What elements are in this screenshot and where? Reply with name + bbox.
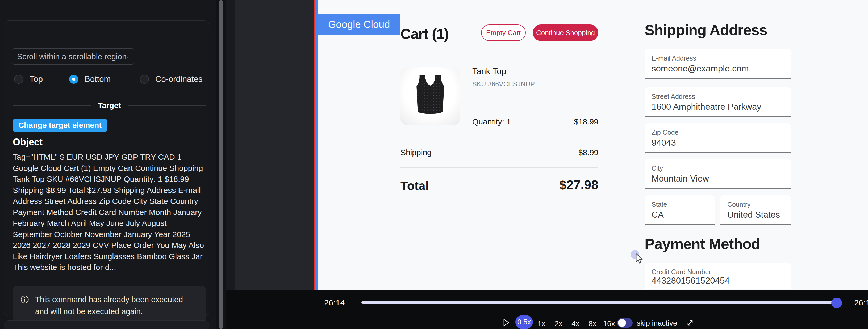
street-field-label: Street Address bbox=[652, 93, 695, 100]
expand-icon bbox=[686, 318, 694, 327]
radio-bottom-circle[interactable] bbox=[69, 75, 78, 84]
scroll-position-radios: Top Bottom Co-ordinates bbox=[12, 73, 209, 86]
credit-card-field-value: 4432801561520454 bbox=[652, 275, 730, 286]
mouse-cursor-icon bbox=[634, 253, 645, 265]
command-card: Scroll within a scrollable region Top Bo… bbox=[4, 21, 209, 316]
cart-divider bbox=[401, 133, 598, 133]
product-image bbox=[400, 67, 460, 125]
cart-divider bbox=[401, 167, 598, 168]
email-field[interactable]: E-mail Address someone@example.com bbox=[645, 49, 791, 79]
object-heading: Object bbox=[13, 137, 42, 148]
radio-bottom-label: Bottom bbox=[85, 74, 111, 84]
divider-line bbox=[128, 105, 206, 106]
player-current-time: 26:14 bbox=[324, 298, 345, 307]
state-field[interactable]: State CA bbox=[645, 195, 715, 225]
radio-top-label: Top bbox=[30, 74, 43, 84]
chevron-updown-icon bbox=[127, 52, 129, 61]
brand-logo-badge: Google Cloud bbox=[318, 13, 400, 35]
toggle-knob bbox=[618, 319, 626, 327]
continue-shopping-button[interactable]: Continue Shopping bbox=[533, 25, 598, 41]
item-name: Tank Top bbox=[472, 66, 506, 76]
shipping-address-heading: Shipping Address bbox=[645, 21, 767, 38]
city-field-label: City bbox=[652, 164, 663, 172]
radio-coordinates-label: Co-ordinates bbox=[155, 74, 203, 84]
stage-background-panel bbox=[235, 0, 313, 291]
command-type-value: Scroll within a scrollable region bbox=[17, 52, 127, 61]
zip-field[interactable]: Zip Code 94043 bbox=[645, 123, 791, 153]
play-icon bbox=[503, 318, 510, 327]
fullscreen-button[interactable] bbox=[686, 318, 694, 328]
total-value: $27.98 bbox=[559, 177, 598, 192]
speed-0-5x-button[interactable]: 0.5x bbox=[516, 315, 533, 329]
item-quantity: Quantity: 1 bbox=[472, 117, 511, 126]
email-field-label: E-mail Address bbox=[652, 55, 696, 62]
radio-top-circle[interactable] bbox=[14, 75, 23, 84]
street-field-value: 1600 Amphitheatre Parkway bbox=[652, 102, 762, 112]
state-field-value: CA bbox=[652, 210, 664, 220]
cart-title: Cart (1) bbox=[401, 26, 448, 42]
country-field-value: United States bbox=[727, 210, 780, 220]
radio-coordinates[interactable]: Co-ordinates bbox=[140, 73, 203, 86]
target-section-divider: Target bbox=[13, 101, 206, 110]
payment-method-heading: Payment Method bbox=[645, 235, 760, 253]
cart-divider bbox=[401, 55, 598, 55]
app-root: Scroll within a scrollable region Top Bo… bbox=[0, 0, 868, 329]
speed-16x-button[interactable]: 16x bbox=[601, 320, 616, 328]
empty-cart-button[interactable]: Empty Cart bbox=[481, 25, 526, 41]
state-field-label: State bbox=[652, 201, 667, 208]
command-executed-notice: This command has already been executed a… bbox=[13, 286, 206, 324]
country-field[interactable]: Country United States bbox=[720, 195, 791, 225]
player-end-time: 26:15 bbox=[854, 298, 868, 307]
country-field-label: Country bbox=[727, 201, 751, 208]
radio-top[interactable]: Top bbox=[14, 73, 43, 86]
play-button[interactable] bbox=[503, 318, 510, 328]
player-seek-thumb[interactable] bbox=[831, 298, 842, 308]
item-price: $18.99 bbox=[574, 117, 598, 126]
shipping-row-value: $8.99 bbox=[579, 148, 598, 157]
divider-line bbox=[13, 105, 91, 106]
command-type-select[interactable]: Scroll within a scrollable region bbox=[12, 48, 134, 65]
radio-coordinates-circle[interactable] bbox=[140, 75, 149, 84]
speed-2x-button[interactable]: 2x bbox=[551, 320, 566, 328]
sidebar-scrollbar-gutter bbox=[216, 0, 226, 329]
object-description-text: Tag="HTML" $ EUR USD JPY GBP TRY CAD 1 G… bbox=[13, 152, 206, 273]
command-sidebar: Scroll within a scrollable region Top Bo… bbox=[0, 0, 216, 329]
element-highlight-border bbox=[315, 0, 318, 291]
zip-field-label: Zip Code bbox=[652, 129, 678, 136]
skip-inactive-toggle[interactable] bbox=[617, 318, 633, 328]
shop-page: Google Cloud Cart (1) Empty Cart Continu… bbox=[318, 0, 868, 291]
speed-1x-button[interactable]: 1x bbox=[534, 320, 549, 328]
radio-bottom[interactable]: Bottom bbox=[69, 73, 111, 86]
sidebar-scrollbar-thumb[interactable] bbox=[219, 0, 223, 329]
next-panel-edge bbox=[4, 321, 209, 329]
skip-inactive-label: skip inactive bbox=[637, 319, 677, 327]
zip-field-value: 94043 bbox=[652, 138, 676, 148]
stage-edge-strip bbox=[226, 0, 235, 291]
total-label: Total bbox=[401, 178, 429, 193]
shipping-row-label: Shipping bbox=[401, 148, 432, 157]
player-seek-track[interactable] bbox=[362, 301, 842, 304]
notice-text: This command has already been executed a… bbox=[35, 293, 189, 324]
brand-logo-text: Google Cloud bbox=[328, 19, 390, 30]
credit-card-field-label: Credit Card Number bbox=[652, 268, 711, 276]
email-field-value: someone@example.com bbox=[652, 64, 749, 74]
change-target-button[interactable]: Change target element bbox=[13, 119, 107, 132]
city-field-value: Mountain View bbox=[652, 173, 709, 184]
credit-card-field[interactable]: Credit Card Number 4432801561520454 bbox=[645, 263, 791, 289]
item-sku: SKU #66VCHSJNUP bbox=[472, 80, 535, 88]
info-icon bbox=[20, 295, 29, 304]
street-field[interactable]: Street Address 1600 Amphitheatre Parkway bbox=[645, 88, 791, 117]
speed-4x-button[interactable]: 4x bbox=[568, 320, 583, 328]
city-field[interactable]: City Mountain View bbox=[645, 159, 791, 189]
target-section-label: Target bbox=[98, 101, 121, 110]
speed-8x-button[interactable]: 8x bbox=[585, 320, 600, 328]
tank-top-image bbox=[406, 71, 454, 119]
